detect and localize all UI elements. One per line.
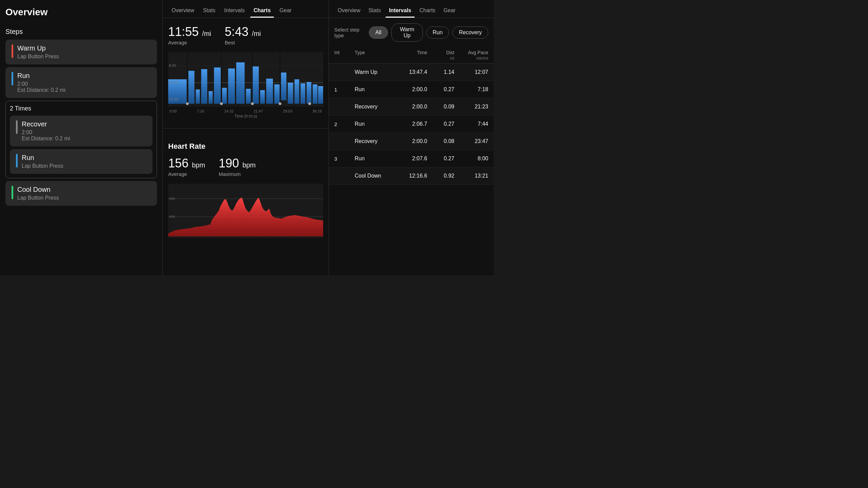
- svg-text:150: 150: [169, 197, 175, 200]
- run2-detail: Lap Button Press: [22, 163, 148, 169]
- time-run-1: 2:00.0: [387, 86, 427, 93]
- hr-chart-svg: 150 100: [168, 184, 323, 238]
- int-run-3: 3: [334, 156, 355, 162]
- pace-run-1: 7:18: [454, 86, 488, 93]
- int-run-1: 1: [334, 87, 355, 93]
- svg-rect-22: [307, 82, 311, 104]
- cool-down-name: Cool Down: [17, 186, 152, 194]
- time-run-3: 2:07.6: [387, 156, 427, 162]
- step-cool-down[interactable]: Cool Down Lap Button Press: [5, 181, 157, 206]
- tab-intervals-2[interactable]: Intervals: [221, 5, 248, 18]
- dist-recovery-1: 0.09: [427, 104, 454, 110]
- step-recover[interactable]: Recover 2:00 Est Distance: 0.2 mi: [10, 116, 153, 146]
- tab-gear-3[interactable]: Gear: [440, 5, 459, 18]
- tab-charts-2[interactable]: Charts: [250, 5, 274, 18]
- pace-recovery-1: 21:23: [454, 104, 488, 110]
- run-detail1: 2:00: [17, 81, 152, 87]
- repeat-label: 2 Times: [10, 105, 153, 112]
- th-avg-pace: Avg Pacemin/mi: [454, 50, 488, 61]
- pace-cool-down: 13:21: [454, 173, 488, 179]
- int-run-2: 2: [334, 121, 355, 127]
- time-cool-down: 12:16.6: [387, 173, 427, 179]
- table-row-cool-down: Cool Down 12:16.6 0.92 13:21: [329, 167, 494, 185]
- tab-charts-3[interactable]: Charts: [416, 5, 439, 18]
- dist-cool-down: 0.92: [427, 173, 454, 179]
- svg-rect-15: [260, 90, 265, 104]
- svg-rect-19: [288, 83, 293, 104]
- type-recovery-1: Recovery: [355, 104, 387, 110]
- avg-pace: 11:55 /mi Average: [168, 25, 211, 45]
- tab-bar-2: Overview Stats Intervals Charts Gear: [163, 0, 329, 18]
- tab-overview-2[interactable]: Overview: [168, 5, 198, 18]
- hr-chart: 150 100: [168, 184, 323, 239]
- tab-gear-2[interactable]: Gear: [276, 5, 295, 18]
- avg-hr: 156 bpm Average: [168, 156, 205, 177]
- dist-recovery-2: 0.08: [427, 138, 454, 144]
- svg-rect-9: [214, 67, 221, 104]
- step-run[interactable]: Run 2:00 Est Distance: 0.2 mi: [5, 67, 157, 98]
- svg-text:16:40: 16:40: [169, 80, 178, 84]
- best-pace: 5:43 /mi Best: [225, 25, 261, 45]
- pace-x-labels: 0:007:1614:3221:4729:0336:19: [168, 108, 323, 113]
- svg-rect-23: [313, 84, 317, 104]
- max-hr-label: Maximum: [219, 171, 256, 177]
- avg-pace-unit: /mi: [202, 30, 211, 37]
- steps-label: Steps: [5, 28, 157, 36]
- th-dist: Distmi: [427, 50, 454, 61]
- hr-title: Heart Rate: [168, 142, 323, 151]
- type-cool-down: Cool Down: [355, 173, 387, 179]
- tab-intervals-3[interactable]: Intervals: [386, 5, 415, 18]
- table-header: Int Type Time Distmi Avg Pacemin/mi: [329, 47, 494, 64]
- best-pace-value: 5:43 /mi: [225, 25, 261, 39]
- type-recovery-2: Recovery: [355, 138, 387, 144]
- intervals-panel: Overview Stats Intervals Charts Gear Sel…: [329, 0, 494, 275]
- tab-bar-3: Overview Stats Intervals Charts Gear: [329, 0, 494, 18]
- type-run-3: Run: [355, 156, 387, 162]
- table-row-recovery-2: Recovery 2:00.0 0.08 23:47: [329, 133, 494, 150]
- svg-rect-12: [236, 62, 245, 104]
- pace-metrics: 11:55 /mi Average 5:43 /mi Best: [168, 25, 323, 45]
- cool-down-detail: Lap Button Press: [17, 195, 152, 201]
- svg-text:8:20: 8:20: [169, 63, 176, 67]
- svg-text:25:00: 25:00: [169, 97, 178, 101]
- filter-warm-up[interactable]: Warm Up: [391, 23, 423, 42]
- time-warm-up: 13:47.4: [387, 69, 427, 75]
- filter-run[interactable]: Run: [426, 26, 449, 39]
- avg-hr-unit: bpm: [192, 161, 205, 169]
- filter-all[interactable]: All: [369, 26, 388, 39]
- best-pace-label: Best: [225, 40, 261, 45]
- warm-up-color: [12, 44, 13, 58]
- svg-rect-6: [196, 89, 200, 104]
- dist-run-3: 0.27: [427, 156, 454, 162]
- svg-point-32: [186, 102, 189, 105]
- recover-name: Recover: [22, 120, 148, 128]
- recover-detail1: 2:00: [22, 129, 148, 136]
- tab-stats-3[interactable]: Stats: [365, 5, 384, 18]
- svg-point-33: [220, 102, 223, 105]
- table-row-recovery-1: Recovery 2:00.0 0.09 21:23: [329, 98, 494, 116]
- warm-up-name: Warm Up: [17, 44, 152, 52]
- th-time: Time: [387, 50, 427, 61]
- step-run-2[interactable]: Run Lap Button Press: [10, 149, 153, 174]
- time-recovery-2: 2:00.0: [387, 138, 427, 144]
- filter-row: Select step type All Warm Up Run Recover…: [329, 18, 494, 47]
- run2-name: Run: [22, 154, 148, 162]
- th-type: Type: [355, 50, 387, 61]
- table-row-run-1: 1 Run 2:00.0 0.27 7:18: [329, 81, 494, 98]
- overview-title: Overview: [5, 7, 157, 18]
- svg-rect-13: [246, 89, 251, 104]
- pace-run-3: 8:00: [454, 156, 488, 162]
- avg-pace-label: Average: [168, 40, 211, 45]
- max-hr-unit: bpm: [242, 161, 256, 169]
- tab-stats-2[interactable]: Stats: [200, 5, 219, 18]
- table-row-run-3: 3 Run 2:07.6 0.27 8:00: [329, 150, 494, 167]
- tab-overview-3[interactable]: Overview: [334, 5, 364, 18]
- hr-metrics: 156 bpm Average 190 bpm Maximum: [168, 156, 323, 177]
- step-warm-up[interactable]: Warm Up Lap Button Press: [5, 40, 157, 64]
- recover-color: [16, 120, 18, 134]
- svg-rect-5: [189, 71, 195, 104]
- cool-down-color: [12, 186, 13, 199]
- type-run-2: Run: [355, 121, 387, 127]
- best-pace-unit: /mi: [252, 30, 261, 37]
- filter-recovery[interactable]: Recovery: [452, 26, 488, 39]
